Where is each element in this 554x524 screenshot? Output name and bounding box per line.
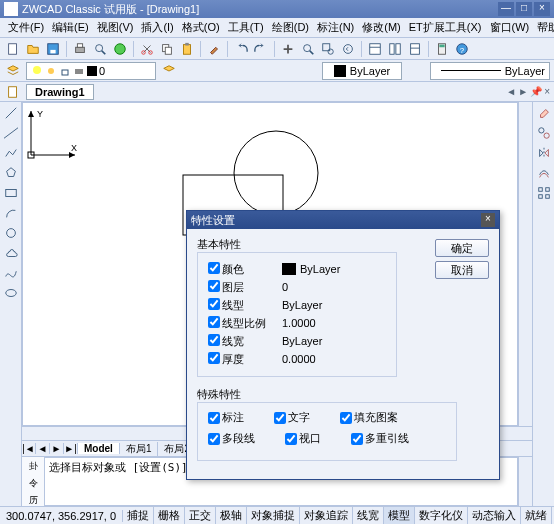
prop-check-线型比例[interactable] (208, 316, 220, 328)
tab-nav-right[interactable]: ► (518, 86, 528, 97)
tab-close-icon[interactable]: × (544, 86, 550, 97)
revcloud-icon[interactable] (2, 244, 20, 262)
menu-item[interactable]: 窗口(W) (486, 18, 534, 37)
check-视口[interactable]: 视口 (285, 431, 321, 446)
menu-item[interactable]: 绘图(D) (268, 18, 313, 37)
circle-icon[interactable] (2, 224, 20, 242)
minimize-button[interactable]: — (498, 2, 514, 16)
calculator-icon[interactable] (433, 40, 451, 58)
new-icon[interactable] (4, 40, 22, 58)
ok-button[interactable]: 确定 (435, 239, 489, 257)
pan-icon[interactable] (279, 40, 297, 58)
linetype-dropdown[interactable]: ByLayer (430, 62, 550, 80)
zoom-previous-icon[interactable] (339, 40, 357, 58)
layer-manager-icon[interactable] (4, 62, 22, 80)
menu-item[interactable]: ET扩展工具(X) (405, 18, 486, 37)
menu-item[interactable]: 修改(M) (358, 18, 405, 37)
prop-check-图层[interactable] (208, 280, 220, 292)
status-就绪[interactable]: 就绪 (521, 507, 552, 524)
tab-first[interactable]: |◄ (22, 443, 36, 454)
status-极轴[interactable]: 极轴 (216, 507, 247, 524)
maximize-button[interactable]: □ (516, 2, 532, 16)
color-dropdown[interactable]: ByLayer (322, 62, 402, 80)
prop-check-厚度[interactable] (208, 352, 220, 364)
tab-model[interactable]: Model (78, 443, 120, 454)
preview-icon[interactable] (91, 40, 109, 58)
help-icon[interactable]: ? (453, 40, 471, 58)
offset-icon[interactable] (535, 164, 553, 182)
dialog-titlebar[interactable]: 特性设置 × (187, 211, 499, 229)
status-模型[interactable]: 模型 (384, 507, 415, 524)
cmd-scrollbar[interactable] (518, 457, 532, 506)
publish-icon[interactable] (111, 40, 129, 58)
tab-next[interactable]: ► (50, 443, 64, 454)
menu-item[interactable]: 插入(I) (137, 18, 177, 37)
check-填充图案[interactable]: 填充图案 (340, 410, 398, 425)
tab-last[interactable]: ►| (64, 443, 78, 454)
match-properties-icon[interactable] (205, 40, 223, 58)
status-对象捕捉[interactable]: 对象捕捉 (247, 507, 300, 524)
prop-check-颜色[interactable] (208, 262, 220, 274)
status-线宽[interactable]: 线宽 (353, 507, 384, 524)
print-icon[interactable] (71, 40, 89, 58)
menu-item[interactable]: 编辑(E) (48, 18, 93, 37)
status-动态输入[interactable]: 动态输入 (468, 507, 521, 524)
status-对象追踪[interactable]: 对象追踪 (300, 507, 353, 524)
menu-item[interactable]: 帮助(H) (533, 18, 554, 37)
menu-item[interactable]: 文件(F) (4, 18, 48, 37)
undo-icon[interactable] (232, 40, 250, 58)
title-bar: ZWCAD Classic 试用版 - [Drawing1] — □ × (0, 0, 554, 18)
menu-item[interactable]: 格式(O) (178, 18, 224, 37)
redo-icon[interactable] (252, 40, 270, 58)
status-数字化仪[interactable]: 数字化仪 (415, 507, 468, 524)
design-center-icon[interactable] (386, 40, 404, 58)
rectangle-icon[interactable] (2, 184, 20, 202)
paste-icon[interactable] (178, 40, 196, 58)
cancel-button[interactable]: 取消 (435, 261, 489, 279)
check-多重引线[interactable]: 多重引线 (351, 431, 409, 446)
open-icon[interactable] (24, 40, 42, 58)
layer-previous-icon[interactable] (160, 62, 178, 80)
polyline-icon[interactable] (2, 144, 20, 162)
erase-icon[interactable] (535, 104, 553, 122)
close-button[interactable]: × (534, 2, 550, 16)
tab-nav-left[interactable]: ◄ (506, 86, 516, 97)
check-多段线[interactable]: 多段线 (208, 431, 255, 446)
app-icon (4, 2, 18, 16)
line-icon[interactable] (2, 104, 20, 122)
cut-icon[interactable] (138, 40, 156, 58)
pin-icon[interactable]: 📌 (530, 86, 542, 97)
cmd-icon1[interactable]: 卦 (24, 459, 42, 474)
tool-palette-icon[interactable] (406, 40, 424, 58)
array-icon[interactable] (535, 184, 553, 202)
prop-check-线宽[interactable] (208, 334, 220, 346)
save-icon[interactable] (44, 40, 62, 58)
vertical-scrollbar[interactable] (518, 102, 532, 426)
xline-icon[interactable] (2, 124, 20, 142)
tab-prev[interactable]: ◄ (36, 443, 50, 454)
cmd-icon2[interactable]: 令 (24, 476, 42, 491)
zoom-window-icon[interactable] (319, 40, 337, 58)
ellipse-icon[interactable] (2, 284, 20, 302)
check-文字[interactable]: 文字 (274, 410, 310, 425)
arc-icon[interactable] (2, 204, 20, 222)
zoom-realtime-icon[interactable] (299, 40, 317, 58)
status-捕捉[interactable]: 捕捉 (123, 507, 154, 524)
tab-layout1[interactable]: 布局1 (120, 442, 159, 456)
mirror-icon[interactable] (535, 144, 553, 162)
status-栅格[interactable]: 栅格 (154, 507, 185, 524)
prop-check-线型[interactable] (208, 298, 220, 310)
copy-obj-icon[interactable] (535, 124, 553, 142)
status-正交[interactable]: 正交 (185, 507, 216, 524)
layer-dropdown[interactable]: 0 (26, 62, 156, 80)
dialog-close-icon[interactable]: × (481, 213, 495, 227)
copy-icon[interactable] (158, 40, 176, 58)
properties-icon[interactable] (366, 40, 384, 58)
polygon-icon[interactable] (2, 164, 20, 182)
menu-item[interactable]: 视图(V) (93, 18, 138, 37)
menu-item[interactable]: 工具(T) (224, 18, 268, 37)
check-标注[interactable]: 标注 (208, 410, 244, 425)
spline-icon[interactable] (2, 264, 20, 282)
document-tab[interactable]: Drawing1 (26, 84, 94, 100)
menu-item[interactable]: 标注(N) (313, 18, 358, 37)
